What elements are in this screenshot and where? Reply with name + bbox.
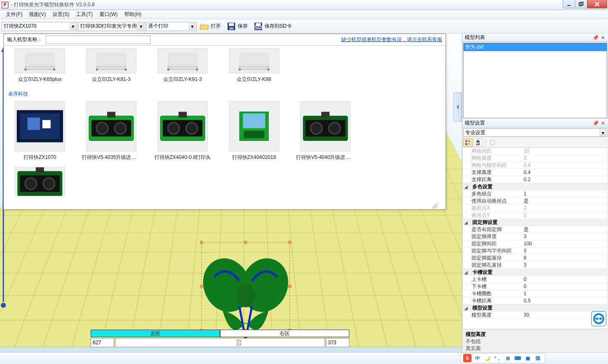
save-sd-button[interactable]: SD 保存到SD卡 [251, 21, 294, 32]
prop-value[interactable]: 0 [522, 283, 607, 289]
collapse-icon[interactable]: ◢ [464, 185, 468, 189]
prop-row[interactable]: 网格与模型间距0.4 [463, 162, 607, 169]
ime-moon-icon[interactable]: 🌙 [483, 354, 492, 362]
teamviewer-icon[interactable] [591, 311, 606, 326]
menu-help[interactable]: 帮助(H) [121, 10, 145, 19]
settings-extra-button[interactable] [488, 138, 497, 147]
maximize-button[interactable] [575, 0, 587, 8]
menu-settings[interactable]: 设置(S) [49, 10, 73, 19]
prop-value[interactable]: 0 [522, 276, 607, 282]
zone-left-tab[interactable]: 左区 [91, 330, 220, 337]
prop-value[interactable]: 0.4 [522, 169, 607, 175]
ime-chinese-icon[interactable]: 中 [473, 354, 482, 362]
prop-row[interactable]: 使用自动换丝点是 [463, 198, 607, 205]
splitter-handle[interactable] [453, 92, 462, 122]
prop-value[interactable]: 是 [522, 198, 607, 205]
alphabetical-view-button[interactable]: AZ [473, 138, 482, 147]
ime-punct-icon[interactable]: °， [493, 354, 502, 362]
machine-combo[interactable]: 打得快ZX1070 ▾ [2, 22, 77, 31]
ime-grid-icon[interactable]: ⊞ [503, 354, 512, 362]
model-list[interactable]: 华为.dxf [463, 43, 607, 118]
contact-support-link[interactable]: 缺少机型或者机型参数有误，请点击联系客服 [341, 36, 442, 43]
profile-combo[interactable]: 打得快3D打印发光字专用 ▾ [78, 22, 145, 31]
collapse-icon[interactable]: ◢ [464, 220, 468, 225]
machine-thumb[interactable]: 众立印ZLY-K65plus [10, 48, 69, 83]
prop-row[interactable]: 网格间距10 [463, 148, 607, 155]
prop-row[interactable]: 支撑高度0.4 [463, 169, 607, 176]
prop-value[interactable]: 3 [522, 262, 607, 268]
prop-value[interactable]: 0.5 [522, 298, 607, 304]
prop-value[interactable]: 是 [522, 226, 607, 233]
close-panel-icon[interactable]: ✕ [600, 35, 605, 40]
zone-slider[interactable] [115, 338, 325, 347]
categorized-view-button[interactable] [463, 138, 472, 147]
prop-row[interactable]: 下卡槽0 [463, 283, 607, 290]
selector-body[interactable]: 众立印ZLY-K65plus众立印ZLY-K81-3众立印ZLY-K91-3众立… [4, 46, 446, 209]
ime-keyboard-icon[interactable]: ⌨ [514, 354, 522, 362]
prop-row[interactable]: 固定脚与字壳间距3 [463, 247, 607, 255]
prop-row[interactable]: 固定脚圆直径8 [463, 255, 607, 262]
prop-value[interactable]: 0.2 [522, 177, 607, 182]
prop-row[interactable]: 多色组合1 [463, 190, 607, 198]
pin-icon[interactable]: 📌 [593, 121, 598, 126]
prop-value[interactable]: 1 [522, 291, 607, 296]
prop-group-header[interactable]: ◢多色设置 [463, 183, 607, 190]
prop-group-header[interactable]: ◢固定脚设置 [463, 219, 607, 226]
machine-thumb[interactable]: 打得快V5-4040升级进程热... [296, 101, 355, 161]
zone-right-value[interactable]: 373 [326, 338, 349, 347]
prop-row[interactable]: 固定脚孔直径3 [463, 262, 607, 269]
prop-value[interactable]: 0.4 [522, 162, 607, 168]
settings-mode-combo[interactable]: 专业设置 ▾ [463, 128, 607, 137]
open-button[interactable]: 打开 [197, 21, 223, 32]
machine-thumb[interactable]: 打得快ZX4040-0.8打印头 [153, 101, 212, 161]
prop-row[interactable]: 卡槽距离0.5 [463, 297, 607, 304]
menu-window[interactable]: 窗口(W) [96, 10, 121, 19]
machine-name-input[interactable] [46, 36, 151, 44]
prop-value[interactable]: 2 [522, 205, 607, 211]
menu-view[interactable]: 视图(V) [26, 10, 49, 19]
collapse-icon[interactable]: ◢ [464, 306, 468, 310]
ime-toolbar[interactable]: S 中 🌙 °， ⊞ ⌨ ▦ 隐 [460, 353, 545, 363]
menu-tools[interactable]: 工具(T) [73, 10, 96, 19]
prop-row[interactable]: 卡槽圈数1 [463, 290, 607, 297]
prop-value[interactable]: 3 [522, 155, 607, 161]
ime-slot-icon[interactable]: ▦ [524, 354, 532, 362]
prop-row[interactable]: 固定脚间距100 [463, 240, 607, 247]
machine-thumb[interactable]: 打得快ZX40402018 [225, 101, 283, 161]
collapse-icon[interactable]: ◢ [464, 270, 468, 275]
ime-hide-icon[interactable]: 隐 [534, 354, 542, 362]
ime-logo-icon[interactable]: S [463, 354, 472, 362]
prop-value[interactable]: 3 [522, 248, 607, 254]
machine-thumb[interactable]: 众立印ZLY-K98 [225, 48, 283, 83]
property-grid[interactable]: 网格间距10网格高度3网格与模型间距0.4支撑高度0.4支撑距离0.2◢多色设置… [463, 148, 607, 329]
zone-right-tab[interactable]: 右区 [220, 330, 349, 337]
save-button[interactable]: 保存 [224, 21, 250, 32]
prop-row[interactable]: 固定脚厚度3 [463, 233, 607, 240]
prop-group-header[interactable]: ◢卡槽设置 [463, 269, 607, 276]
model-list-item[interactable]: 华为.dxf [464, 43, 607, 51]
prop-row[interactable]: 模型高度30 [463, 312, 607, 319]
prop-value[interactable]: 2 [522, 212, 607, 218]
printmode-combo[interactable]: 逐个打印 ▾ [146, 22, 197, 31]
prop-value[interactable]: 100 [522, 241, 607, 247]
machine-thumb[interactable]: 打得快V5-4035升级进程热... [82, 101, 141, 161]
prop-row[interactable]: 网格高度3 [463, 155, 607, 162]
prop-row[interactable]: 上卡槽0 [463, 276, 607, 283]
prop-value[interactable]: 8 [522, 255, 607, 261]
zone-slider-thumb[interactable] [237, 340, 241, 346]
machine-thumb[interactable]: 众立印ZLY-K81-3 [82, 48, 141, 83]
machine-thumb[interactable] [10, 167, 69, 199]
close-panel-icon[interactable]: ✕ [600, 121, 605, 126]
zone-left-value[interactable]: 627 [91, 338, 114, 347]
machine-thumb[interactable]: 众立印ZLY-K91-3 [153, 48, 212, 83]
prop-row[interactable]: 是否有固定脚是 [463, 226, 607, 233]
prop-group-header[interactable]: ◢模型设置 [463, 304, 607, 312]
machine-thumb[interactable]: 打得快ZX1070 [10, 101, 69, 161]
prop-value[interactable]: 1 [522, 191, 607, 197]
resize-grip-icon[interactable] [430, 202, 437, 208]
viewport-3d[interactable]: 输入机型名称： 缺少机型或者机型参数有误，请点击联系客服 众立印ZLY-K65p… [0, 34, 462, 352]
close-button[interactable] [587, 0, 607, 8]
prop-value[interactable]: 3 [522, 234, 607, 239]
prop-row[interactable]: 换丝点X2 [463, 205, 607, 212]
prop-value[interactable]: 10 [522, 148, 607, 154]
